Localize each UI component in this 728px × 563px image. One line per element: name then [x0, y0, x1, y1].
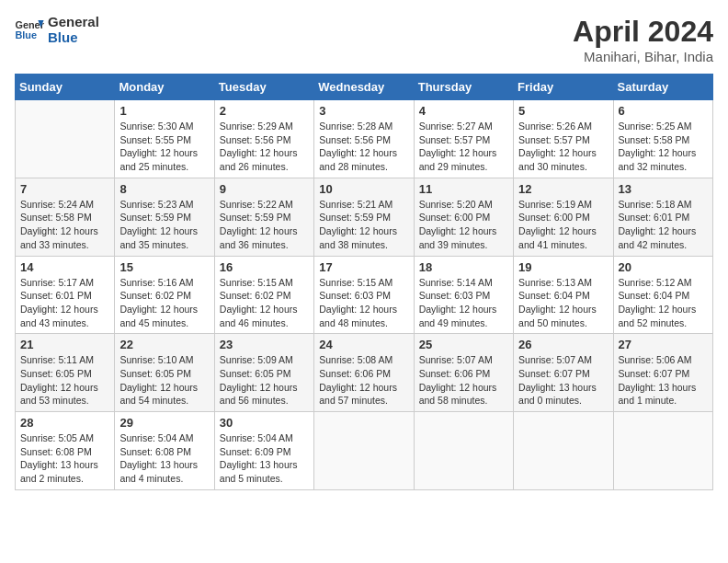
calendar-cell	[314, 412, 414, 490]
calendar-cell: 14Sunrise: 5:17 AM Sunset: 6:01 PM Dayli…	[16, 256, 115, 334]
calendar-cell: 16Sunrise: 5:15 AM Sunset: 6:02 PM Dayli…	[214, 256, 313, 334]
calendar-cell: 23Sunrise: 5:09 AM Sunset: 6:05 PM Dayli…	[214, 334, 313, 412]
calendar-cell: 26Sunrise: 5:07 AM Sunset: 6:07 PM Dayli…	[514, 334, 613, 412]
day-info: Sunrise: 5:04 AM Sunset: 6:08 PM Dayligh…	[119, 431, 209, 486]
calendar-cell: 7Sunrise: 5:24 AM Sunset: 5:58 PM Daylig…	[16, 178, 115, 256]
weekday-header-sunday: Sunday	[16, 75, 115, 100]
day-info: Sunrise: 5:07 AM Sunset: 6:07 PM Dayligh…	[518, 353, 608, 408]
calendar-cell: 10Sunrise: 5:21 AM Sunset: 5:59 PM Dayli…	[314, 178, 414, 256]
day-info: Sunrise: 5:15 AM Sunset: 6:02 PM Dayligh…	[220, 276, 309, 330]
weekday-header-monday: Monday	[115, 75, 214, 100]
day-number: 8	[119, 182, 209, 196]
day-number: 2	[220, 104, 309, 118]
calendar-cell	[414, 412, 513, 490]
day-info: Sunrise: 5:23 AM Sunset: 5:59 PM Dayligh…	[119, 198, 209, 252]
day-info: Sunrise: 5:09 AM Sunset: 6:05 PM Dayligh…	[220, 353, 309, 408]
weekday-header-wednesday: Wednesday	[314, 75, 414, 100]
weekday-header-thursday: Thursday	[414, 75, 513, 100]
day-number: 10	[319, 182, 408, 196]
day-number: 20	[619, 260, 708, 274]
day-info: Sunrise: 5:05 AM Sunset: 6:08 PM Dayligh…	[20, 431, 109, 486]
day-number: 14	[20, 260, 109, 274]
day-info: Sunrise: 5:19 AM Sunset: 6:00 PM Dayligh…	[518, 198, 608, 252]
day-info: Sunrise: 5:07 AM Sunset: 6:06 PM Dayligh…	[419, 353, 508, 408]
svg-text:Blue: Blue	[15, 29, 37, 40]
day-number: 26	[518, 338, 608, 351]
logo-icon: General Blue	[15, 17, 44, 43]
weekday-header-friday: Friday	[514, 75, 613, 100]
calendar-cell	[613, 412, 712, 490]
day-number: 12	[518, 182, 608, 196]
day-info: Sunrise: 5:25 AM Sunset: 5:58 PM Dayligh…	[619, 120, 708, 174]
calendar-cell: 19Sunrise: 5:13 AM Sunset: 6:04 PM Dayli…	[514, 256, 613, 334]
weekday-header-tuesday: Tuesday	[214, 75, 313, 100]
day-info: Sunrise: 5:21 AM Sunset: 5:59 PM Dayligh…	[319, 198, 408, 252]
calendar-cell: 25Sunrise: 5:07 AM Sunset: 6:06 PM Dayli…	[414, 334, 513, 412]
day-info: Sunrise: 5:14 AM Sunset: 6:03 PM Dayligh…	[419, 276, 508, 330]
day-number: 21	[20, 338, 109, 351]
day-info: Sunrise: 5:30 AM Sunset: 5:55 PM Dayligh…	[119, 120, 209, 174]
calendar-cell: 13Sunrise: 5:18 AM Sunset: 6:01 PM Dayli…	[613, 178, 712, 256]
day-number: 30	[220, 416, 309, 430]
calendar-cell: 11Sunrise: 5:20 AM Sunset: 6:00 PM Dayli…	[414, 178, 513, 256]
day-number: 13	[619, 182, 708, 196]
calendar-cell: 1Sunrise: 5:30 AM Sunset: 5:55 PM Daylig…	[115, 100, 214, 178]
day-info: Sunrise: 5:26 AM Sunset: 5:57 PM Dayligh…	[518, 120, 608, 174]
day-number: 7	[20, 182, 109, 196]
location-subtitle: Manihari, Bihar, India	[573, 49, 713, 64]
calendar-cell: 29Sunrise: 5:04 AM Sunset: 6:08 PM Dayli…	[115, 412, 214, 490]
calendar-table: SundayMondayTuesdayWednesdayThursdayFrid…	[15, 74, 713, 490]
calendar-cell: 2Sunrise: 5:29 AM Sunset: 5:56 PM Daylig…	[214, 100, 313, 178]
calendar-cell: 18Sunrise: 5:14 AM Sunset: 6:03 PM Dayli…	[414, 256, 513, 334]
calendar-cell: 21Sunrise: 5:11 AM Sunset: 6:05 PM Dayli…	[16, 334, 115, 412]
day-info: Sunrise: 5:10 AM Sunset: 6:05 PM Dayligh…	[119, 353, 209, 408]
day-number: 4	[419, 104, 508, 118]
day-info: Sunrise: 5:17 AM Sunset: 6:01 PM Dayligh…	[20, 276, 109, 330]
day-number: 5	[518, 104, 608, 118]
calendar-cell: 17Sunrise: 5:15 AM Sunset: 6:03 PM Dayli…	[314, 256, 414, 334]
day-number: 11	[419, 182, 508, 196]
day-number: 29	[119, 416, 209, 430]
day-info: Sunrise: 5:16 AM Sunset: 6:02 PM Dayligh…	[119, 276, 209, 330]
weekday-header-saturday: Saturday	[613, 75, 712, 100]
logo-text-general: General	[48, 15, 99, 30]
calendar-cell: 22Sunrise: 5:10 AM Sunset: 6:05 PM Dayli…	[115, 334, 214, 412]
calendar-cell: 4Sunrise: 5:27 AM Sunset: 5:57 PM Daylig…	[414, 100, 513, 178]
calendar-week-row: 7Sunrise: 5:24 AM Sunset: 5:58 PM Daylig…	[16, 178, 713, 256]
calendar-cell: 3Sunrise: 5:28 AM Sunset: 5:56 PM Daylig…	[314, 100, 414, 178]
day-number: 19	[518, 260, 608, 274]
day-number: 3	[319, 104, 408, 118]
day-number: 17	[319, 260, 408, 274]
day-number: 23	[220, 338, 309, 351]
day-info: Sunrise: 5:27 AM Sunset: 5:57 PM Dayligh…	[419, 120, 508, 174]
calendar-cell: 24Sunrise: 5:08 AM Sunset: 6:06 PM Dayli…	[314, 334, 414, 412]
day-info: Sunrise: 5:20 AM Sunset: 6:00 PM Dayligh…	[419, 198, 508, 252]
calendar-cell	[514, 412, 613, 490]
day-info: Sunrise: 5:29 AM Sunset: 5:56 PM Dayligh…	[220, 120, 309, 174]
weekday-header-row: SundayMondayTuesdayWednesdayThursdayFrid…	[16, 75, 713, 100]
day-info: Sunrise: 5:22 AM Sunset: 5:59 PM Dayligh…	[220, 198, 309, 252]
day-info: Sunrise: 5:11 AM Sunset: 6:05 PM Dayligh…	[20, 353, 109, 408]
day-info: Sunrise: 5:15 AM Sunset: 6:03 PM Dayligh…	[319, 276, 408, 330]
calendar-cell: 8Sunrise: 5:23 AM Sunset: 5:59 PM Daylig…	[115, 178, 214, 256]
logo-text-blue: Blue	[48, 30, 99, 46]
day-number: 22	[119, 338, 209, 351]
calendar-cell	[16, 100, 115, 178]
day-number: 27	[619, 338, 708, 351]
page-header: General Blue General Blue April 2024 Man…	[15, 15, 713, 64]
day-number: 16	[220, 260, 309, 274]
day-info: Sunrise: 5:18 AM Sunset: 6:01 PM Dayligh…	[619, 198, 708, 252]
calendar-cell: 9Sunrise: 5:22 AM Sunset: 5:59 PM Daylig…	[214, 178, 313, 256]
calendar-cell: 28Sunrise: 5:05 AM Sunset: 6:08 PM Dayli…	[16, 412, 115, 490]
day-info: Sunrise: 5:12 AM Sunset: 6:04 PM Dayligh…	[619, 276, 708, 330]
month-title: April 2024	[573, 15, 713, 49]
day-info: Sunrise: 5:28 AM Sunset: 5:56 PM Dayligh…	[319, 120, 408, 174]
calendar-cell: 30Sunrise: 5:04 AM Sunset: 6:09 PM Dayli…	[214, 412, 313, 490]
day-info: Sunrise: 5:04 AM Sunset: 6:09 PM Dayligh…	[220, 431, 309, 486]
calendar-week-row: 28Sunrise: 5:05 AM Sunset: 6:08 PM Dayli…	[16, 412, 713, 490]
day-number: 9	[220, 182, 309, 196]
day-info: Sunrise: 5:08 AM Sunset: 6:06 PM Dayligh…	[319, 353, 408, 408]
day-number: 1	[119, 104, 209, 118]
calendar-cell: 5Sunrise: 5:26 AM Sunset: 5:57 PM Daylig…	[514, 100, 613, 178]
day-number: 18	[419, 260, 508, 274]
